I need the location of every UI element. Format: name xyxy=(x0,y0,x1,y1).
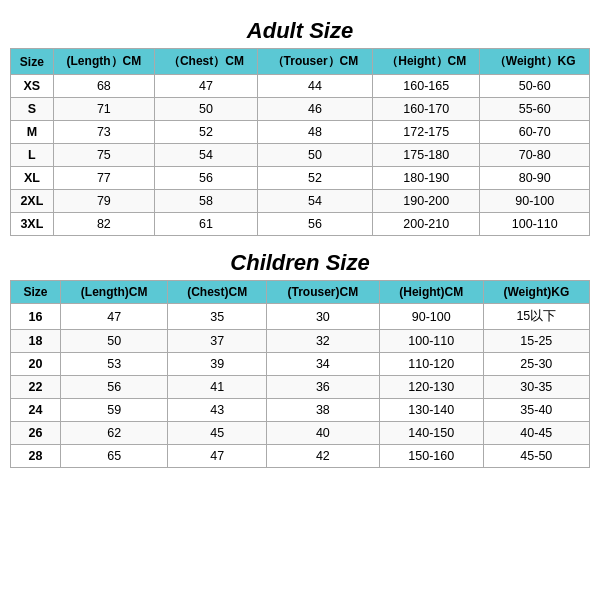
adult-table-cell: 175-180 xyxy=(373,144,480,167)
adult-table-cell: 50-60 xyxy=(480,75,590,98)
adult-table-cell: 160-170 xyxy=(373,98,480,121)
children-header-cell: (Chest)CM xyxy=(168,281,267,304)
adult-table-row: S715046160-17055-60 xyxy=(11,98,590,121)
children-header-cell: (Trouser)CM xyxy=(266,281,379,304)
adult-header-cell: （Height）CM xyxy=(373,49,480,75)
children-table-cell: 59 xyxy=(60,399,167,422)
adult-table-cell: 68 xyxy=(53,75,154,98)
adult-table-cell: XS xyxy=(11,75,54,98)
adult-table-cell: 44 xyxy=(257,75,372,98)
adult-table-cell: XL xyxy=(11,167,54,190)
children-table-cell: 24 xyxy=(11,399,61,422)
children-table-cell: 47 xyxy=(60,304,167,330)
children-table-cell: 30-35 xyxy=(483,376,589,399)
children-table-cell: 40 xyxy=(266,422,379,445)
adult-header-cell: （Weight）KG xyxy=(480,49,590,75)
children-table-cell: 34 xyxy=(266,353,379,376)
adult-table-cell: 82 xyxy=(53,213,154,236)
children-table-row: 1647353090-10015以下 xyxy=(11,304,590,330)
children-header-cell: (Weight)KG xyxy=(483,281,589,304)
adult-header-cell: Size xyxy=(11,49,54,75)
children-table-cell: 100-110 xyxy=(379,330,483,353)
children-table-cell: 28 xyxy=(11,445,61,468)
children-table-cell: 15以下 xyxy=(483,304,589,330)
children-table-cell: 26 xyxy=(11,422,61,445)
children-table-cell: 22 xyxy=(11,376,61,399)
adult-table-cell: 56 xyxy=(257,213,372,236)
children-table-cell: 45 xyxy=(168,422,267,445)
adult-table-cell: 50 xyxy=(257,144,372,167)
adult-table-cell: 73 xyxy=(53,121,154,144)
adult-table-cell: 71 xyxy=(53,98,154,121)
adult-table-row: 3XL826156200-210100-110 xyxy=(11,213,590,236)
adult-table-cell: 180-190 xyxy=(373,167,480,190)
children-table-row: 28654742150-16045-50 xyxy=(11,445,590,468)
children-table-cell: 38 xyxy=(266,399,379,422)
adult-table-cell: S xyxy=(11,98,54,121)
adult-table-cell: 3XL xyxy=(11,213,54,236)
adult-table-cell: 90-100 xyxy=(480,190,590,213)
children-table-row: 24594338130-14035-40 xyxy=(11,399,590,422)
children-table-cell: 18 xyxy=(11,330,61,353)
adult-table-cell: 100-110 xyxy=(480,213,590,236)
adult-table-row: XS684744160-16550-60 xyxy=(11,75,590,98)
adult-table-cell: 48 xyxy=(257,121,372,144)
children-table-cell: 32 xyxy=(266,330,379,353)
adult-table-cell: M xyxy=(11,121,54,144)
adult-table-cell: 52 xyxy=(257,167,372,190)
children-table-cell: 90-100 xyxy=(379,304,483,330)
children-table-cell: 35 xyxy=(168,304,267,330)
children-header-cell: (Length)CM xyxy=(60,281,167,304)
children-table-cell: 47 xyxy=(168,445,267,468)
adult-table-cell: 58 xyxy=(155,190,258,213)
children-table-cell: 43 xyxy=(168,399,267,422)
adult-table-cell: 61 xyxy=(155,213,258,236)
children-table-cell: 30 xyxy=(266,304,379,330)
children-table-cell: 35-40 xyxy=(483,399,589,422)
children-table-row: 18503732100-11015-25 xyxy=(11,330,590,353)
adult-table-cell: 60-70 xyxy=(480,121,590,144)
children-table-cell: 53 xyxy=(60,353,167,376)
adult-table-cell: 46 xyxy=(257,98,372,121)
children-table-cell: 150-160 xyxy=(379,445,483,468)
children-table-cell: 39 xyxy=(168,353,267,376)
children-table-cell: 37 xyxy=(168,330,267,353)
adult-table-cell: 190-200 xyxy=(373,190,480,213)
children-header-cell: (Height)CM xyxy=(379,281,483,304)
adult-size-table: Size(Length）CM（Chest）CM（Trouser）CM（Heigh… xyxy=(10,48,590,236)
adult-table-cell: 54 xyxy=(257,190,372,213)
children-table-cell: 42 xyxy=(266,445,379,468)
children-table-cell: 130-140 xyxy=(379,399,483,422)
adult-table-cell: 172-175 xyxy=(373,121,480,144)
children-table-cell: 15-25 xyxy=(483,330,589,353)
adult-table-cell: 2XL xyxy=(11,190,54,213)
children-table-row: 26624540140-15040-45 xyxy=(11,422,590,445)
adult-table-row: M735248172-17560-70 xyxy=(11,121,590,144)
adult-table-cell: 79 xyxy=(53,190,154,213)
children-table-cell: 45-50 xyxy=(483,445,589,468)
adult-table-cell: 47 xyxy=(155,75,258,98)
children-table-cell: 40-45 xyxy=(483,422,589,445)
children-table-cell: 120-130 xyxy=(379,376,483,399)
children-table-row: 22564136120-13030-35 xyxy=(11,376,590,399)
adult-size-title: Adult Size xyxy=(247,18,353,44)
children-table-cell: 41 xyxy=(168,376,267,399)
adult-header-cell: （Trouser）CM xyxy=(257,49,372,75)
children-table-cell: 140-150 xyxy=(379,422,483,445)
adult-table-cell: 77 xyxy=(53,167,154,190)
adult-table-cell: L xyxy=(11,144,54,167)
adult-table-cell: 50 xyxy=(155,98,258,121)
adult-table-cell: 200-210 xyxy=(373,213,480,236)
adult-table-cell: 75 xyxy=(53,144,154,167)
children-table-cell: 62 xyxy=(60,422,167,445)
adult-table-cell: 70-80 xyxy=(480,144,590,167)
adult-table-row: L755450175-18070-80 xyxy=(11,144,590,167)
children-table-cell: 110-120 xyxy=(379,353,483,376)
children-table-cell: 50 xyxy=(60,330,167,353)
children-table-cell: 65 xyxy=(60,445,167,468)
adult-table-cell: 52 xyxy=(155,121,258,144)
adult-table-cell: 160-165 xyxy=(373,75,480,98)
children-table-cell: 20 xyxy=(11,353,61,376)
adult-table-cell: 56 xyxy=(155,167,258,190)
adult-table-cell: 80-90 xyxy=(480,167,590,190)
